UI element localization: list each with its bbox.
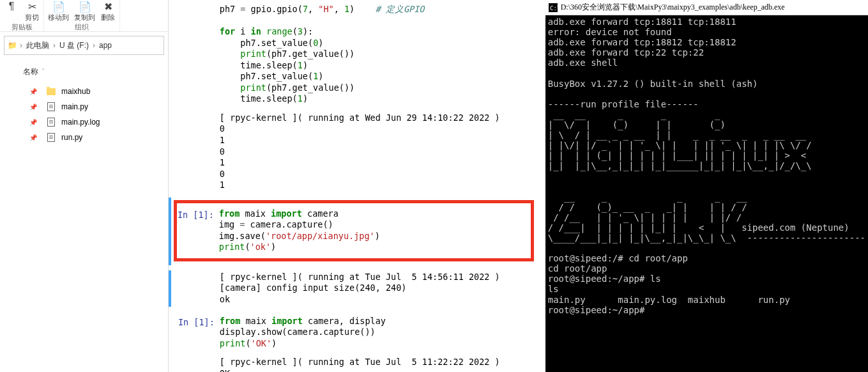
cell-output: [ rpyc-kernel ]( running at Wed Jun 29 1… xyxy=(178,111,534,192)
ribbon-item-moveto[interactable]: 📄移动到 xyxy=(48,0,69,22)
move-icon: 📄 xyxy=(51,0,66,13)
pin-icon: 📌 xyxy=(26,104,41,111)
file-row[interactable]: 📌 main.py.log xyxy=(0,114,168,130)
output-text: [ rpyc-kernel ]( running at Wed Jun 29 1… xyxy=(220,112,534,191)
breadcrumb[interactable]: 📁 › 此电脑 › U 盘 (F:) › app xyxy=(4,36,164,55)
glyph-icon: ¶ xyxy=(4,0,19,13)
folder-icon: 📁 xyxy=(6,41,19,50)
file-name: main.py xyxy=(61,102,88,111)
file-name: run.py xyxy=(61,133,82,142)
chevron-right-icon[interactable]: › xyxy=(52,41,57,50)
cell-output: [ rpyc-kernel ]( running at Tue Jul 5 14… xyxy=(169,270,534,307)
terminal-body[interactable]: adb.exe forward tcp:18811 tcp:18811 erro… xyxy=(545,15,868,372)
delete-icon: ✖ xyxy=(100,0,116,13)
file-row[interactable]: 📌 maixhub xyxy=(0,84,168,99)
ribbon-group-clipboard: ¶ ✂剪切 剪贴板 xyxy=(0,0,44,31)
ribbon-item-know[interactable]: ¶ xyxy=(4,0,19,22)
file-explorer: ¶ ✂剪切 剪贴板 📄移动到 📄复制到 ✖删除 组织 📁 › 此电脑 › U 盘… xyxy=(0,0,169,372)
breadcrumb-part[interactable]: app xyxy=(96,38,114,52)
column-header-name[interactable]: 名称 ˇ xyxy=(23,63,164,81)
file-name: main.py.log xyxy=(61,118,100,127)
cell-output: [ rpyc-kernel ]( running at Tue Jul 5 11… xyxy=(178,355,534,372)
output-text: [ rpyc-kernel ]( running at Tue Jul 5 11… xyxy=(220,357,534,372)
cell-prompt: In [1]: xyxy=(177,207,219,254)
code-source[interactable]: from maix import camera, display display… xyxy=(220,314,534,351)
file-list: 📌 maixhub 📌 main.py 📌 main.py.log 📌 run.… xyxy=(0,84,168,372)
scissors-icon: ✂ xyxy=(24,0,40,13)
file-icon xyxy=(46,117,56,127)
pin-icon: 📌 xyxy=(26,134,41,141)
file-name: maixhub xyxy=(61,87,90,96)
copy-icon: 📄 xyxy=(77,0,93,13)
svg-text:C:\: C:\ xyxy=(550,5,558,12)
window-title: D:\360安全浏览器下载\MaixPy3\maixpy3_examples\a… xyxy=(561,3,785,12)
code-cell[interactable]: ph7 = gpio.gpio(7, "H", 1) # 定义GPIO for … xyxy=(178,3,534,106)
ribbon-group-label: 组织 xyxy=(75,22,89,32)
pin-icon: 📌 xyxy=(26,88,41,95)
file-icon xyxy=(46,132,56,143)
ribbon-item-cut[interactable]: ✂剪切 xyxy=(24,0,40,22)
code-source[interactable]: from maix import camera img = camera.cap… xyxy=(219,207,527,254)
breadcrumb-part[interactable]: U 盘 (F:) xyxy=(57,38,91,54)
chevron-right-icon[interactable]: › xyxy=(91,41,96,50)
window-titlebar[interactable]: C:\ D:\360安全浏览器下载\MaixPy3\maixpy3_exampl… xyxy=(545,0,868,15)
ribbon-group-label: 剪贴板 xyxy=(11,22,33,32)
file-row[interactable]: 📌 main.py xyxy=(0,99,168,114)
breadcrumb-part[interactable]: 此电脑 xyxy=(24,38,52,54)
ribbon-item-delete[interactable]: ✖删除 xyxy=(100,0,116,22)
terminal-window: C:\ D:\360安全浏览器下载\MaixPy3\maixpy3_exampl… xyxy=(545,0,868,372)
ribbon-group-organize: 📄移动到 📄复制到 ✖删除 组织 xyxy=(44,0,120,31)
cmd-icon: C:\ xyxy=(548,3,558,13)
caret-icon: ˇ xyxy=(42,68,44,75)
code-cell[interactable]: In [1]: from maix import camera, display… xyxy=(178,314,534,351)
ribbon-item-copyto[interactable]: 📄复制到 xyxy=(74,0,95,22)
pin-icon: 📌 xyxy=(26,119,41,126)
folder-icon xyxy=(46,86,56,97)
output-text: [ rpyc-kernel ]( running at Tue Jul 5 14… xyxy=(220,272,534,306)
cell-prompt xyxy=(178,3,220,106)
code-source[interactable]: ph7 = gpio.gpio(7, "H", 1) # 定义GPIO for … xyxy=(220,3,534,106)
chevron-right-icon[interactable]: › xyxy=(19,41,24,50)
jupyter-notebook: ph7 = gpio.gpio(7, "H", 1) # 定义GPIO for … xyxy=(169,0,545,372)
code-cell-active[interactable]: In [1]: from maix import camera img = ca… xyxy=(169,198,534,265)
file-icon xyxy=(46,102,56,112)
ribbon: ¶ ✂剪切 剪贴板 📄移动到 📄复制到 ✖删除 组织 xyxy=(0,0,168,32)
terminal-output: adb.exe forward tcp:18811 tcp:18811 erro… xyxy=(548,17,865,315)
file-row[interactable]: 📌 run.py xyxy=(0,130,168,145)
cell-prompt: In [1]: xyxy=(178,314,220,351)
